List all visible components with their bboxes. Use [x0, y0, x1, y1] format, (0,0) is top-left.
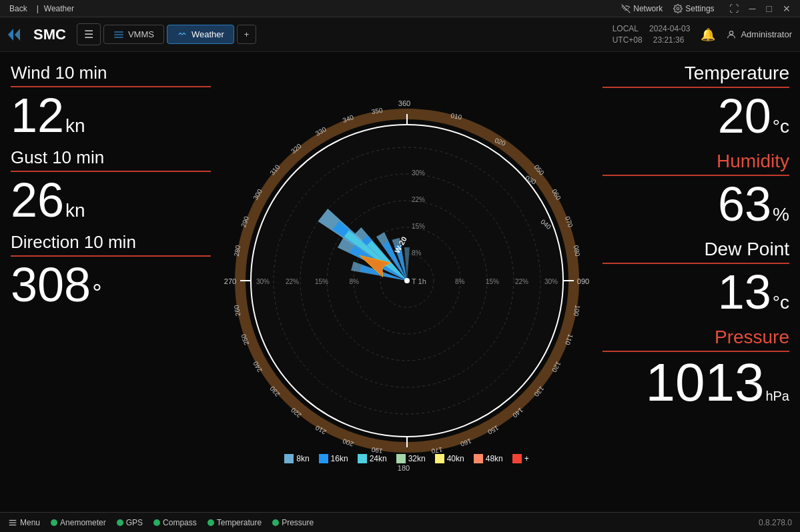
humidity-number: 63	[718, 180, 771, 228]
network-icon	[621, 4, 631, 13]
svg-text:090: 090	[576, 277, 588, 285]
status-left: Menu Anemometer GPS Compass Temperature …	[8, 518, 314, 527]
menu-status-label: Menu	[20, 518, 40, 527]
title-bar-right: Network Settings ⛶ ─ □ ✕	[621, 2, 795, 15]
gust-value-display: 26 kn	[11, 176, 211, 224]
direction-unit: °	[92, 281, 101, 305]
restore-button[interactable]: □	[763, 2, 776, 15]
nav-bar: SMC ☰ VMMS Weather + LOCAL 2024-04-03 UT…	[0, 17, 800, 52]
direction-section: Direction 10 min 308 °	[11, 232, 211, 309]
close-button[interactable]: ✕	[779, 2, 795, 15]
admin-button[interactable]: Administrator	[726, 29, 792, 40]
temperature-label: Temperature	[603, 63, 789, 88]
svg-text:15%: 15%	[412, 223, 425, 230]
back-button[interactable]: Back	[5, 3, 31, 15]
settings-button[interactable]: Settings	[673, 4, 714, 13]
svg-text:22%: 22%	[412, 196, 425, 203]
svg-point-67	[404, 278, 410, 283]
dewpoint-value-display: 13 °c	[603, 268, 789, 316]
temperature-unit: °c	[773, 117, 789, 136]
add-tab-button[interactable]: +	[237, 25, 257, 44]
wind-rose-svg: 8% 15% 22% 30% 8% 15% 22% 30% 8% 15% 22%…	[214, 87, 601, 474]
pressure-value-display: 1013 hPa	[603, 356, 789, 409]
wind-label: Wind 10 min	[11, 63, 211, 87]
anemometer-status-item: Anemometer	[51, 518, 106, 527]
wind-unit: kn	[65, 117, 85, 135]
main-content: Wind 10 min 12 kn Gust 10 min 26 kn Dire…	[0, 52, 800, 512]
wind-value-display: 12 kn	[11, 91, 211, 139]
status-bar: Menu Anemometer GPS Compass Temperature …	[0, 512, 800, 532]
direction-number: 308	[11, 261, 91, 309]
title-bar: Back | Weather Network Settings ⛶ ─ □ ✕	[0, 0, 800, 17]
dewpoint-unit: °c	[773, 293, 789, 312]
compass-status-label: Compass	[163, 518, 197, 527]
wind-section: Wind 10 min 12 kn	[11, 63, 211, 139]
network-button[interactable]: Network	[621, 4, 663, 13]
gps-status-dot	[117, 519, 123, 526]
pressure-number: 1013	[645, 356, 764, 409]
gust-section: Gust 10 min 26 kn	[11, 147, 211, 224]
svg-marker-2	[15, 29, 20, 41]
minimize-button[interactable]: ─	[745, 2, 760, 15]
vmms-icon	[113, 30, 124, 39]
humidity-label: Humidity	[603, 151, 789, 176]
dewpoint-number: 13	[718, 268, 771, 316]
weather-nav-icon	[177, 30, 187, 39]
datetime-block: LOCAL 2024-04-03 UTC+08 23:21:36	[613, 23, 691, 46]
current-time: 23:21:36	[653, 35, 685, 46]
vmms-nav-button[interactable]: VMMS	[103, 25, 164, 44]
nav-right: LOCAL 2024-04-03 UTC+08 23:21:36 🔔 Admin…	[613, 23, 792, 46]
svg-text:180: 180	[397, 464, 409, 472]
version-label: 0.8.278.0	[759, 518, 792, 527]
left-panel: Wind 10 min 12 kn Gust 10 min 26 kn Dire…	[11, 57, 211, 507]
svg-text:30%: 30%	[256, 278, 269, 285]
svg-text:270: 270	[224, 277, 236, 285]
gust-number: 26	[11, 176, 64, 224]
svg-point-3	[730, 31, 733, 34]
svg-text:15%: 15%	[314, 278, 328, 285]
window-title: Weather	[44, 4, 74, 13]
local-label: LOCAL	[613, 23, 639, 35]
temperature-status-dot	[208, 519, 214, 526]
hamburger-button[interactable]: ☰	[77, 23, 101, 45]
dewpoint-label: Dew Point	[603, 239, 789, 264]
current-date: 2024-04-03	[649, 23, 690, 35]
anemometer-status-label: Anemometer	[60, 518, 106, 527]
utc-label: UTC+08	[613, 35, 643, 46]
temperature-value-display: 20 °c	[603, 92, 789, 140]
pressure-status-dot	[272, 519, 279, 526]
svg-text:30%: 30%	[544, 278, 558, 285]
settings-icon	[673, 4, 683, 13]
svg-text:8%: 8%	[455, 278, 465, 285]
humidity-value-display: 63 %	[603, 180, 789, 228]
wind-rose-container: 8% 15% 22% 30% 8% 15% 22% 30% 8% 15% 22%…	[214, 87, 601, 474]
pressure-status-item: Pressure	[272, 518, 314, 527]
svg-text:30%: 30%	[412, 169, 425, 177]
notification-bell[interactable]: 🔔	[701, 27, 715, 42]
gps-status-label: GPS	[126, 518, 143, 527]
menu-status-item[interactable]: Menu	[8, 518, 40, 527]
pressure-unit: hPa	[765, 389, 789, 403]
title-bar-left: Back | Weather	[5, 3, 74, 15]
svg-text:T 1h: T 1h	[412, 277, 426, 285]
svg-text:8%: 8%	[412, 249, 422, 257]
title-separator: |	[37, 4, 39, 13]
humidity-section: Humidity 63 %	[603, 151, 789, 228]
wind-number: 12	[11, 91, 64, 139]
logo-area: SMC	[8, 26, 66, 43]
dewpoint-section: Dew Point 13 °c	[603, 239, 789, 316]
menu-icon	[8, 518, 17, 527]
anemometer-status-dot	[51, 519, 57, 526]
weather-nav-button[interactable]: Weather	[167, 25, 234, 44]
temperature-section: Temperature 20 °c	[603, 63, 789, 140]
admin-icon	[726, 29, 737, 40]
gps-status-item: GPS	[117, 518, 143, 527]
svg-text:15%: 15%	[486, 278, 499, 285]
temperature-number: 20	[718, 92, 771, 140]
direction-value-display: 308 °	[11, 261, 211, 309]
maximize-button[interactable]: ⛶	[725, 2, 743, 15]
svg-text:22%: 22%	[515, 278, 528, 285]
svg-text:22%: 22%	[285, 278, 298, 285]
smc-logo-icon	[8, 27, 27, 42]
compass-status-dot	[153, 519, 160, 526]
